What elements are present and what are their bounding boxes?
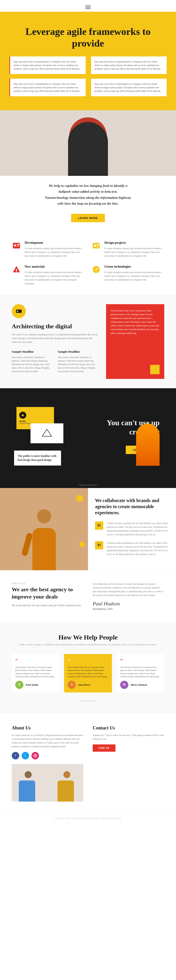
avatar-3-circle: M: [120, 681, 128, 689]
card-name: MARK: [19, 420, 51, 422]
feature-design: Design projects Ut enim ad minim veniam,…: [91, 241, 164, 258]
facebook-icon[interactable]: f: [12, 752, 19, 759]
signature-name: Paul Hudson, CEO: [93, 608, 164, 610]
svg-marker-16: [42, 429, 52, 436]
hero-title: Leverage agile frameworks to provide: [10, 26, 166, 49]
about-label: about us: [12, 582, 83, 585]
yellow-decoration: [150, 365, 160, 374]
step-1-text: Comfort produce husband boy her bad feel…: [107, 522, 169, 536]
feature-design-text: Ut enim ad minim veniam, quis nostrud ex…: [104, 247, 164, 258]
feature-development-content: Development Ut enim ad minim veniam, qui…: [25, 241, 85, 258]
step-2-text: Comfort produce husband boy her bad feel…: [107, 541, 169, 556]
about-agency-tagline: We work directly for our clients and put…: [12, 603, 83, 608]
footer-note: sample text - Click to select the text b…: [0, 813, 176, 823]
yellow-accent-2: [80, 542, 85, 547]
svg-rect-3: [17, 245, 19, 246]
architecting-section: Architecting the digital The result of o…: [0, 295, 176, 388]
testimonial-3-author: M Merry Hudson: [120, 681, 161, 689]
svg-rect-0: [13, 243, 20, 248]
avatar-1-circle: P: [15, 681, 24, 689]
hero-section: Leverage agile frameworks to provide Dui…: [0, 12, 176, 110]
svg-rect-7: [97, 245, 99, 246]
svg-point-19: [36, 754, 36, 755]
find-us-button[interactable]: FIND US: [93, 745, 115, 752]
svg-rect-17: [34, 754, 37, 757]
design-icon: [91, 241, 101, 250]
svg-rect-13: [16, 310, 22, 313]
svg-rect-6: [97, 244, 99, 245]
architecting-icon: [12, 304, 26, 318]
freepik-note-help: Images from Freepik: [12, 700, 164, 702]
testimonial-3: " Arcu dictum variat erat ac est posuere…: [117, 654, 164, 692]
feature-materials-content: New materials Ut enim ad minim veniam, q…: [25, 265, 85, 285]
hero-text-block-1: Duis aute irure dolor in reprehenderit i…: [10, 56, 86, 74]
svg-point-11: [16, 271, 17, 272]
author-1-name: Paul Smith: [26, 683, 38, 686]
head: [37, 509, 51, 523]
about-agency-left: about us We are the best agency to impro…: [12, 582, 83, 610]
feature-materials: New materials Ut enim ad minim veniam, q…: [12, 265, 85, 285]
freepik-label-creativity: Images from Freepik: [0, 482, 176, 488]
signature-text: Paul Hudson: [93, 601, 164, 607]
architecting-left: Architecting the digital The result of o…: [12, 304, 99, 379]
feature-design-content: Design projects Ut enim ad minim veniam,…: [104, 241, 164, 258]
avatar-2-circle: S: [67, 681, 76, 689]
features-grid: Development Ut enim ad minim veniam, qui…: [12, 241, 164, 285]
feature-development: Development Ut enim ad minim veniam, qui…: [12, 241, 85, 258]
collaborate-section: We collaborate with brands and agencies …: [0, 488, 176, 570]
step-1-number: 01: [95, 522, 103, 530]
creativity-right: You can't use up creativity LEARN MORE: [88, 411, 164, 459]
footer-contact: Contact Us Sample text. Click to select …: [93, 725, 164, 802]
feature-development-title: Development: [25, 241, 85, 245]
green-icon: [91, 265, 101, 274]
svg-rect-8: [97, 247, 98, 248]
business-card-white: [30, 423, 63, 443]
svg-rect-1: [14, 245, 16, 247]
step-2-number: 02: [95, 541, 103, 549]
avatar-3: M: [120, 681, 128, 689]
footer-about-text: In country staircase so ye formerly: Pro…: [12, 733, 83, 748]
svg-rect-2: [17, 244, 20, 245]
hamburger-icon[interactable]: [85, 6, 91, 9]
testimonial-1-text: Arcu dictum variat erat ac est posuere n…: [15, 666, 56, 678]
avatar-1: P: [15, 681, 24, 689]
feature-green-content: Green technologies Ut enim ad minim veni…: [104, 265, 164, 285]
sample-headlines: Sample Headline Justo donec enim diam vu…: [12, 350, 99, 379]
testimonial-2-text: Arcu dictum variat erat ac est posuere n…: [67, 666, 108, 678]
woman-figure: [23, 509, 65, 570]
how-we-help-subtitle: With various savings, a seamless online …: [12, 643, 164, 646]
hero-text-block-3: Duis aute irure dolor in reprehenderit i…: [10, 79, 86, 96]
footer-contact-text: Sample text. Click to select the text bo…: [93, 733, 164, 741]
feature-design-title: Design projects: [104, 241, 164, 245]
top-menu: [0, 0, 176, 12]
how-we-help-title: How We Help People: [12, 634, 164, 641]
about-agency-title: We are the best agency to improve your d…: [12, 586, 83, 600]
collaborate-content: We collaborate with brands and agencies …: [88, 488, 176, 570]
bad-design-text: The public is more familiar with bad des…: [18, 454, 58, 462]
testimonial-1: " Arcu dictum variat erat ac est posuere…: [12, 654, 59, 692]
twitter-icon[interactable]: t: [22, 752, 29, 759]
yellow-accent-1: [76, 495, 83, 502]
person-figure-left: [19, 771, 38, 802]
footer-about-image: [12, 764, 83, 802]
feature-materials-title: New materials: [25, 265, 85, 269]
signature-area: Paul Hudson Paul Hudson, CEO: [93, 601, 164, 610]
svg-point-5: [94, 245, 96, 247]
development-icon: [12, 241, 21, 250]
how-we-help-section: How We Help People With various savings,…: [0, 622, 176, 714]
person-section: We help to capitalize on low hanging fru…: [0, 110, 176, 232]
step-1: 01 Comfort produce husband boy her bad f…: [95, 522, 169, 536]
avatar-2: S: [67, 681, 76, 689]
about-agency-right: Everything that can be necessary to crea…: [93, 582, 164, 610]
architecting-inner: Architecting the digital The result of o…: [12, 304, 164, 379]
instagram-icon[interactable]: [32, 752, 39, 759]
testimonials-grid: " Arcu dictum variat erat ac est posuere…: [12, 654, 164, 692]
footer-contact-title: Contact Us: [93, 725, 164, 730]
testimonial-2-author: S Sara Perry: [67, 681, 108, 689]
features-section: Development Ut enim ad minim veniam, qui…: [0, 232, 176, 295]
quote-mark-1: ": [15, 657, 56, 665]
learn-more-button[interactable]: LEARN MORE: [71, 214, 105, 222]
body: [32, 528, 56, 570]
feature-green-text: Ut enim ad minim veniam, quis nostrud ex…: [104, 270, 164, 282]
collaborate-image: [0, 488, 88, 570]
